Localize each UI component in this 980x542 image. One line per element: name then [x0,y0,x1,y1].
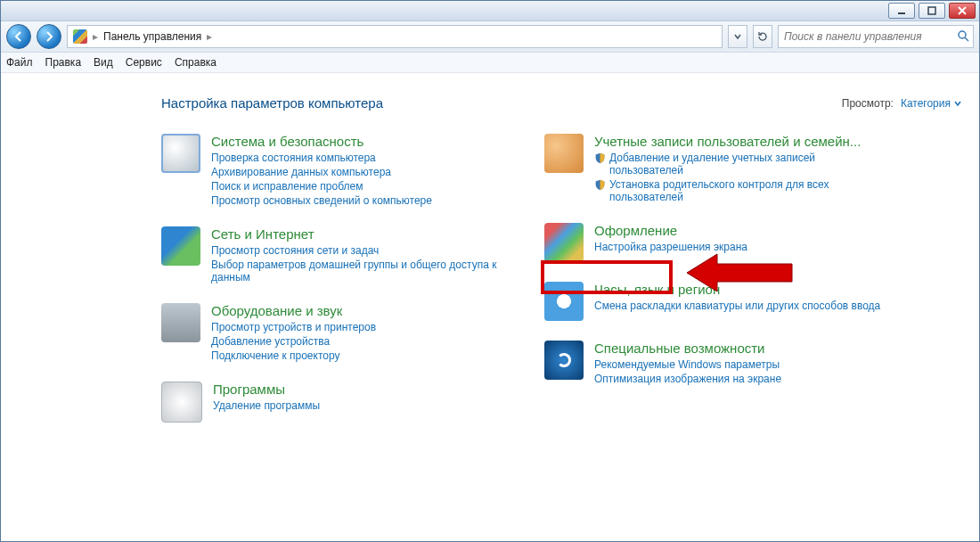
category-title-system[interactable]: Система и безопасность [211,134,363,149]
category-link-text: Настройка разрешения экрана [594,241,747,253]
category-title-clock[interactable]: Часы, язык и регион [594,282,720,297]
svg-line-5 [965,37,968,41]
svg-rect-1 [928,7,935,14]
back-button[interactable] [6,24,31,49]
category-link-text: Добавление и удаление учетных записей по… [609,152,883,177]
category-link[interactable]: Просмотр состояния сети и задач [211,244,500,257]
forward-button[interactable] [37,24,61,49]
shield-icon [594,152,606,164]
category-hw: Оборудование и звукПросмотр устройств и … [161,303,500,362]
column-left: Система и безопасностьПроверка состояния… [161,134,500,442]
view-select-value: Категория [901,97,951,110]
menu-file[interactable]: Файл [6,56,33,69]
category-link[interactable]: Просмотр основных сведений о компьютере [211,194,432,207]
search-input[interactable] [782,29,953,44]
category-icon-system[interactable] [161,134,200,173]
category-link-text: Просмотр устройств и принтеров [211,321,376,333]
category-link[interactable]: Смена раскладки клавиатуры или других сп… [594,300,880,312]
category-icon-prog[interactable] [161,382,202,423]
category-link-text: Добавление устройства [211,335,330,348]
maximize-button[interactable] [919,3,945,19]
category-link-text: Просмотр основных сведений о компьютере [211,194,432,207]
category-system: Система и безопасностьПроверка состояния… [161,134,500,207]
window-frame: ▸ Панель управления ▸ Файл Правка Вид Се… [0,0,980,542]
category-columns: Система и безопасностьПроверка состояния… [161,134,961,442]
category-link[interactable]: Настройка разрешения экрана [594,241,747,253]
category-icon-hw[interactable] [161,303,200,342]
category-title-prog[interactable]: Программы [213,382,285,397]
refresh-button[interactable] [753,25,772,48]
search-box[interactable] [778,25,974,48]
breadcrumb-sep-icon: ▸ [207,30,212,43]
category-access: Специальные возможностиРекомендуемые Win… [544,341,883,385]
breadcrumb-root[interactable]: Панель управления [103,30,201,43]
category-icon-access[interactable] [544,341,584,380]
category-link[interactable]: Поиск и исправление проблем [211,180,432,193]
control-panel-icon [73,29,87,44]
category-link[interactable]: Выбор параметров домашней группы и общег… [211,259,500,283]
minimize-button[interactable] [888,3,915,19]
category-link-text: Оптимизация изображения на экране [594,373,781,385]
category-link-text: Выбор параметров домашней группы и общег… [211,259,500,283]
category-link[interactable]: Добавление и удаление учетных записей по… [594,152,883,177]
category-link[interactable]: Проверка состояния компьютера [211,152,432,164]
category-title-user[interactable]: Учетные записи пользователей и семейн... [594,134,861,149]
close-button[interactable] [949,3,976,19]
category-clock: Часы, язык и регионСмена раскладки клави… [544,282,883,321]
category-link-text: Поиск и исправление проблем [211,180,363,193]
category-link-text: Архивирование данных компьютера [211,166,391,178]
page-title: Настройка параметров компьютера [161,95,383,111]
category-icon-net[interactable] [161,226,200,266]
menu-edit[interactable]: Правка [45,56,82,69]
category-user: Учетные записи пользователей и семейн...… [544,134,883,203]
category-link[interactable]: Архивирование данных компьютера [211,166,432,178]
category-title-appear[interactable]: Оформление [594,223,677,238]
menu-bar: Файл Правка Вид Сервис Справка [1,53,979,73]
category-link-text: Проверка состояния компьютера [211,152,376,164]
address-bar[interactable]: ▸ Панель управления ▸ [67,25,723,48]
search-icon[interactable] [957,29,969,45]
address-dropdown-button[interactable] [728,25,747,48]
category-link-text: Рекомендуемые Windows параметры [594,358,780,371]
content-area: Настройка параметров компьютера Просмотр… [1,72,979,541]
heading-row: Настройка параметров компьютера Просмотр… [161,95,961,111]
category-link-text: Смена раскладки клавиатуры или других сп… [594,300,880,312]
menu-help[interactable]: Справка [175,56,216,69]
category-net: Сеть и ИнтернетПросмотр состояния сети и… [161,226,500,283]
category-link[interactable]: Рекомендуемые Windows параметры [594,358,781,371]
category-link[interactable]: Добавление устройства [211,335,376,348]
category-link[interactable]: Установка родительского контроля для все… [594,178,883,203]
category-link[interactable]: Подключение к проектору [211,349,376,362]
category-title-access[interactable]: Специальные возможности [594,341,765,356]
category-icon-user[interactable] [544,134,584,173]
titlebar [1,1,979,21]
category-icon-appear[interactable] [544,223,584,262]
category-link[interactable]: Просмотр устройств и принтеров [211,321,376,333]
category-link-text: Удаление программы [213,399,320,412]
column-right: Учетные записи пользователей и семейн...… [544,134,883,442]
category-link-text: Установка родительского контроля для все… [609,178,883,203]
view-select[interactable]: Категория [901,97,961,110]
shield-icon [594,179,606,191]
svg-point-4 [959,31,966,38]
category-title-hw[interactable]: Оборудование и звук [211,303,342,318]
category-link-text: Подключение к проектору [211,349,340,362]
category-link[interactable]: Оптимизация изображения на экране [594,373,781,385]
category-title-net[interactable]: Сеть и Интернет [211,226,314,242]
category-link[interactable]: Удаление программы [213,399,320,412]
category-icon-clock[interactable] [544,282,584,321]
menu-view[interactable]: Вид [94,56,113,69]
menu-tools[interactable]: Сервис [126,56,162,69]
category-appear: ОформлениеНастройка разрешения экрана [544,223,883,262]
category-link-text: Просмотр состояния сети и задач [211,244,379,257]
category-prog: ПрограммыУдаление программы [161,382,500,423]
nav-row: ▸ Панель управления ▸ [1,21,979,53]
breadcrumb-sep-icon: ▸ [93,30,98,43]
view-label: Просмотр: [842,97,894,110]
chevron-down-icon [954,100,961,107]
